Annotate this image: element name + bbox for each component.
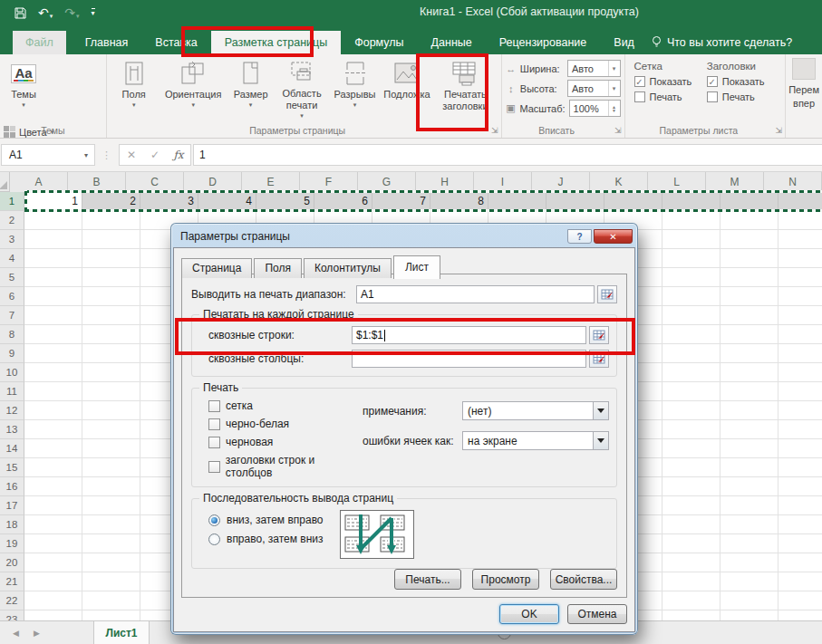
- cell[interactable]: [720, 439, 778, 458]
- cell[interactable]: [720, 553, 778, 572]
- cell[interactable]: [82, 496, 140, 515]
- cell[interactable]: [82, 439, 140, 458]
- cell[interactable]: [720, 610, 778, 620]
- cell[interactable]: [778, 591, 822, 610]
- row-header[interactable]: 12: [0, 401, 24, 420]
- cell[interactable]: [82, 287, 140, 306]
- print-range-picker-icon[interactable]: [597, 285, 617, 303]
- column-header[interactable]: J: [532, 172, 590, 192]
- cell[interactable]: [778, 534, 822, 553]
- scale-stepper[interactable]: 100%▲▼: [569, 100, 621, 117]
- cell[interactable]: [720, 401, 778, 420]
- cell[interactable]: [82, 458, 140, 477]
- dialog-tab-sheet[interactable]: Лист: [393, 255, 440, 279]
- next-sheet-icon[interactable]: ▶: [34, 629, 40, 638]
- cell[interactable]: [662, 230, 720, 249]
- name-box-dropdown-icon[interactable]: ▾: [78, 151, 94, 159]
- tell-me-box[interactable]: Что вы хотите сделать?: [648, 30, 796, 54]
- select-all-corner[interactable]: [0, 172, 10, 192]
- cell[interactable]: [720, 477, 778, 496]
- cell[interactable]: [778, 477, 822, 496]
- cell[interactable]: [778, 458, 822, 477]
- cell[interactable]: [720, 363, 778, 382]
- print-titles-button[interactable]: Печатать заголовки: [435, 57, 495, 122]
- cell[interactable]: [82, 534, 140, 553]
- cell[interactable]: [24, 515, 82, 534]
- cell[interactable]: [778, 401, 822, 420]
- cell[interactable]: [778, 306, 822, 325]
- cell[interactable]: [24, 230, 82, 249]
- size-button[interactable]: Размер▾: [229, 57, 273, 122]
- cell[interactable]: [720, 306, 778, 325]
- cell[interactable]: 3: [140, 192, 198, 211]
- print-area-button[interactable]: Область печати▾: [276, 57, 327, 122]
- cell[interactable]: [82, 382, 140, 401]
- headings-print-checkbox[interactable]: Печать: [707, 91, 765, 102]
- fit-launcher-icon[interactable]: ⇲: [614, 126, 622, 135]
- dialog-help-button[interactable]: ?: [567, 229, 592, 244]
- cell[interactable]: [720, 230, 778, 249]
- cell[interactable]: [720, 496, 778, 515]
- cell-errors-dropdown-icon[interactable]: [593, 432, 608, 449]
- cell[interactable]: [488, 192, 546, 211]
- cell[interactable]: [24, 610, 82, 620]
- cell[interactable]: [662, 211, 720, 230]
- cell[interactable]: [778, 192, 822, 211]
- cell[interactable]: [24, 382, 82, 401]
- cell[interactable]: [720, 420, 778, 439]
- cell[interactable]: [662, 325, 720, 344]
- column-header[interactable]: L: [648, 172, 706, 192]
- row-header[interactable]: 2: [0, 211, 24, 230]
- sheet-options-launcher-icon[interactable]: ⇲: [776, 126, 783, 135]
- tab-insert[interactable]: Вставка: [141, 31, 210, 54]
- dialog-tab-header-footer[interactable]: Колонтитулы: [304, 258, 392, 278]
- cell[interactable]: [604, 192, 662, 211]
- orientation-button[interactable]: Ориентация▾: [161, 57, 225, 122]
- column-header[interactable]: H: [416, 172, 474, 192]
- cell[interactable]: [778, 363, 822, 382]
- cell[interactable]: [24, 496, 82, 515]
- cell[interactable]: [662, 610, 720, 620]
- column-header[interactable]: M: [706, 172, 764, 192]
- cell[interactable]: [24, 306, 82, 325]
- cell[interactable]: [662, 268, 720, 287]
- customize-qat-icon[interactable]: ▾: [92, 8, 95, 17]
- cell[interactable]: [778, 572, 822, 591]
- cell[interactable]: 6: [314, 192, 372, 211]
- row-header[interactable]: 20: [0, 553, 24, 572]
- cell[interactable]: [720, 344, 778, 363]
- cell[interactable]: [24, 401, 82, 420]
- over-then-down-radio[interactable]: вправо, затем вниз: [208, 533, 324, 545]
- comments-select[interactable]: (нет): [462, 401, 609, 420]
- cell[interactable]: [778, 553, 822, 572]
- preview-button[interactable]: Просмотр: [472, 569, 539, 590]
- cell[interactable]: [720, 572, 778, 591]
- save-icon[interactable]: [15, 7, 26, 19]
- dialog-tab-page[interactable]: Страница: [181, 258, 252, 278]
- headings-view-checkbox[interactable]: ✓Показать: [707, 76, 765, 87]
- formula-input[interactable]: 1: [193, 144, 822, 166]
- cell[interactable]: [662, 420, 720, 439]
- cell[interactable]: [720, 268, 778, 287]
- cell[interactable]: [24, 249, 82, 268]
- margins-button[interactable]: Поля▾: [111, 57, 158, 122]
- cell[interactable]: [662, 439, 720, 458]
- cell[interactable]: [82, 344, 140, 363]
- cell[interactable]: [662, 572, 720, 591]
- enter-entry-icon[interactable]: ✓: [143, 149, 167, 161]
- tab-view[interactable]: Вид: [600, 31, 648, 54]
- prev-sheet-icon[interactable]: ◀: [13, 629, 19, 638]
- cell[interactable]: [778, 515, 822, 534]
- cell[interactable]: [82, 515, 140, 534]
- cell[interactable]: [82, 268, 140, 287]
- cell[interactable]: [778, 344, 822, 363]
- column-header[interactable]: N: [764, 172, 822, 192]
- ok-button[interactable]: OK: [499, 604, 559, 624]
- cell[interactable]: [82, 572, 140, 591]
- cell[interactable]: [662, 192, 720, 211]
- row-header[interactable]: 1: [0, 192, 24, 211]
- cell[interactable]: [82, 401, 140, 420]
- name-box[interactable]: A1▾: [1, 144, 95, 166]
- redo-button[interactable]: ↷▾: [64, 6, 79, 19]
- cell[interactable]: [720, 211, 778, 230]
